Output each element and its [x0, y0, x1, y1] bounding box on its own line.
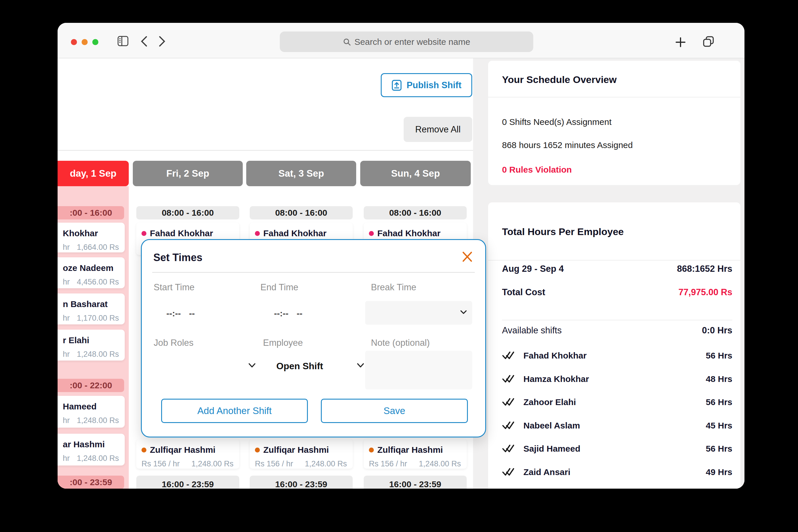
end-time-label: End Time [260, 282, 298, 292]
total-hours-card: Total Hours Per Employee Aug 29 - Sep 4 … [488, 203, 740, 489]
employee-name: Hamza Khokhar [523, 374, 589, 384]
sidebar-toggle-icon[interactable] [117, 36, 129, 46]
shift-cost: 4,456.00 Rs [77, 278, 119, 287]
employee-hours-row[interactable]: Fahad Khokhar 56 Hrs [502, 347, 732, 365]
period-row: Aug 29 - Sep 4 868:1652 Hrs [502, 264, 732, 274]
chevron-down-icon[interactable] [357, 363, 364, 368]
publish-shift-button[interactable]: Publish Shift [381, 73, 472, 97]
employee-hours: 49 Hrs [706, 467, 732, 477]
shift-time-pill[interactable]: 08:00 - 16:00 [136, 206, 239, 220]
employee-dot [255, 448, 260, 453]
shift-card[interactable]: Zulfiqar Hashmi Rs 156 / hr1,248.00 Rs [250, 439, 353, 469]
schedule-overview-card: Your Schedule Overview 0 Shifts Need(s) … [488, 61, 740, 185]
save-button[interactable]: Save [321, 399, 468, 423]
available-shifts-value: 0:0 Hrs [702, 325, 732, 336]
available-shifts-row: Available shifts 0:0 Hrs [502, 325, 732, 336]
shift-time-pill[interactable]: 08:00 - 16:00 [250, 206, 353, 220]
day-header-label: Sat, 3 Sep [278, 168, 324, 179]
minimize-window-button[interactable] [81, 39, 88, 45]
tab-overview-icon[interactable] [702, 36, 715, 48]
day-header-sat-3-sep[interactable]: Sat, 3 Sep [246, 161, 356, 186]
shift-rate: hr [63, 278, 70, 287]
employee-dot [142, 448, 146, 453]
employee-hours-row[interactable]: Sajid Hameed 56 Hrs [502, 440, 732, 458]
add-another-shift-button[interactable]: Add Another Shift [161, 399, 308, 423]
employee-hours-row[interactable]: Zaid Ansari 49 Hrs [502, 463, 732, 481]
double-check-icon [502, 351, 515, 360]
double-check-icon [502, 468, 515, 477]
shift-cost: 1,248.00 Rs [305, 459, 347, 469]
modal-divider [152, 272, 475, 273]
start-time-label: Start Time [154, 282, 194, 292]
shift-card[interactable]: Zulfiqar Hashmi Rs 156 / hr1,248.00 Rs [136, 439, 239, 469]
total-cost-label: Total Cost [502, 287, 545, 298]
employee-name: Nabeel Aslam [523, 421, 580, 431]
shift-time-pill[interactable]: :00 - 23:59 [58, 476, 124, 489]
day-header-label: Fri, 2 Sep [166, 168, 209, 179]
break-time-select[interactable] [365, 301, 472, 325]
employee-hours: 45 Hrs [706, 421, 732, 431]
window-controls [71, 39, 98, 45]
shift-rate: hr [63, 314, 70, 323]
shift-rate: Rs 156 / hr [369, 459, 407, 469]
shift-time-label: 08:00 - 16:00 [162, 208, 214, 218]
shift-employee-name: Fahad Khokhar [377, 228, 440, 238]
close-icon[interactable] [462, 251, 473, 263]
shift-time-pill[interactable]: 16:00 - 23:59 [136, 476, 239, 489]
back-button[interactable] [140, 36, 148, 47]
employee-select[interactable]: Open Shift [276, 361, 323, 372]
new-tab-icon[interactable] [675, 37, 686, 48]
shift-card[interactable]: n Basharat hr1,170.00 Rs [58, 293, 125, 324]
zoom-window-button[interactable] [92, 39, 98, 45]
employee-hours-row[interactable]: Zahoor Elahi 56 Hrs [502, 393, 732, 411]
shifts-need-assignment: 0 Shifts Need(s) Assignment [502, 117, 612, 127]
publish-upload-icon [391, 79, 403, 91]
close-window-button[interactable] [71, 39, 77, 45]
toolbar-divider [58, 150, 473, 151]
shift-cost: 1,248.00 Rs [77, 416, 119, 425]
job-roles-label: Job Roles [154, 338, 193, 348]
shift-employee-name: Zulfiqar Hashmi [150, 445, 216, 455]
employee-hours-row[interactable]: Hamza Khokhar 48 Hrs [502, 370, 732, 388]
address-bar-placeholder: Search or enter website name [354, 37, 470, 47]
shift-time-label: :00 - 16:00 [70, 208, 112, 218]
shift-time-pill[interactable]: :00 - 22:00 [58, 379, 124, 392]
job-roles-select[interactable] [248, 363, 256, 368]
shift-time-pill[interactable]: :00 - 16:00 [58, 206, 124, 220]
end-time-input[interactable]: --:-- -- [274, 308, 302, 318]
shift-card[interactable]: r Elahi hr1,248.00 Rs [58, 329, 125, 361]
shift-card[interactable]: Zulfiqar Hashmi Rs 156 / hr1,248.00 Rs [364, 439, 467, 469]
publish-shift-label: Publish Shift [407, 80, 461, 91]
shift-card[interactable]: Khokhar hr1,664.00 Rs [58, 223, 125, 252]
forward-button[interactable] [158, 36, 166, 47]
day-header-fri-2-sep[interactable]: Fri, 2 Sep [133, 161, 243, 186]
start-time-input[interactable]: --:-- -- [166, 308, 195, 318]
shift-rate: Rs 156 / hr [255, 459, 293, 469]
double-check-icon [502, 421, 515, 430]
day-header-sun-4-sep[interactable]: Sun, 4 Sep [360, 161, 471, 186]
shift-rate: hr [63, 243, 70, 252]
shift-time-pill[interactable]: 16:00 - 23:59 [364, 476, 467, 489]
total-cost-row: Total Cost 77,975.00 Rs [502, 287, 732, 298]
employee-dot [369, 231, 374, 236]
double-check-icon [502, 375, 515, 384]
shift-time-pill[interactable]: 08:00 - 16:00 [364, 206, 467, 220]
shift-time-pill[interactable]: 16:00 - 23:59 [250, 476, 353, 489]
employee-hours: 56 Hrs [706, 444, 732, 454]
modal-title: Set Times [153, 251, 202, 264]
shift-card[interactable]: Hameed hr1,248.00 Rs [58, 396, 125, 428]
note-input[interactable] [365, 351, 472, 390]
day-header-thu-1-sep[interactable]: day, 1 Sep [58, 161, 129, 186]
address-bar[interactable]: Search or enter website name [280, 32, 533, 52]
shift-time-label: 08:00 - 16:00 [389, 208, 441, 218]
set-times-modal: Set Times Start Time End Time Break Time… [141, 239, 486, 437]
total-hours-title: Total Hours Per Employee [502, 226, 624, 238]
shift-card[interactable]: ar Hashmi hr1,248.00 Rs [58, 434, 125, 466]
employee-name: Sajid Hameed [523, 444, 580, 454]
right-panel: Your Schedule Overview 0 Shifts Need(s) … [473, 58, 744, 489]
remove-all-button[interactable]: Remove All [404, 117, 472, 142]
employee-hours-row[interactable]: Nabeel Aslam 45 Hrs [502, 417, 732, 435]
rules-violation: 0 Rules Violation [502, 165, 572, 175]
shift-card[interactable]: oze Nadeem hr4,456.00 Rs [58, 257, 125, 288]
shift-employee-name: Fahad Khokhar [263, 228, 327, 238]
